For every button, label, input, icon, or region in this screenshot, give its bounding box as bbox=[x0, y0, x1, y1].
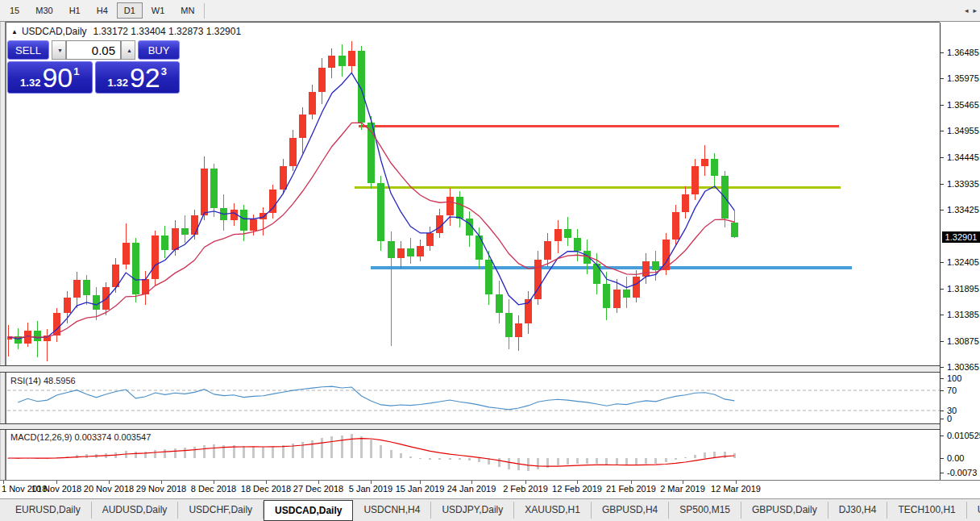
price-axis-label: 1.35465 bbox=[947, 100, 979, 110]
price-axis-label: 1.34955 bbox=[947, 126, 979, 135]
axis-tick bbox=[941, 105, 944, 106]
axis-tick bbox=[941, 436, 944, 436]
timeframe-button[interactable]: M30 bbox=[28, 2, 60, 19]
one-click-trading-panel: SELL ▼ ▲ BUY 1.32 90 1 1.32 92 3 bbox=[7, 40, 180, 94]
sell-button[interactable]: SELL bbox=[7, 40, 49, 60]
chart-tab[interactable]: GBPUSD,H4 bbox=[592, 502, 669, 519]
timeframe-button[interactable]: H4 bbox=[89, 2, 115, 19]
axis-tick bbox=[941, 390, 944, 391]
timeframe-button[interactable]: D1 bbox=[117, 2, 143, 19]
axis-tick bbox=[941, 378, 944, 379]
axis-tick bbox=[941, 184, 944, 185]
axis-tick bbox=[736, 481, 737, 484]
indicator-axis-label: 0.010525 bbox=[947, 431, 980, 440]
date-axis-label: 21 Feb 2019 bbox=[606, 484, 656, 494]
timeframe-toolbar: 15M30H1H4D1W1MN bbox=[0, 0, 980, 22]
axis-tick bbox=[161, 481, 162, 484]
mt4-terminal-window: 15M30H1H4D1W1MN ▲USDCAD,Daily1.33172 1.3… bbox=[0, 0, 980, 521]
date-axis-label: 29 Nov 2018 bbox=[136, 484, 186, 494]
chart-tab[interactable]: USDCHF,Daily bbox=[178, 502, 264, 519]
date-axis-label: 24 Jan 2019 bbox=[447, 484, 496, 494]
collapse-triangle-icon[interactable]: ▲ bbox=[11, 28, 18, 35]
tab-scroll-left-icon[interactable]: ◂ bbox=[965, 6, 969, 15]
chart-tab[interactable]: DJ30,H4 bbox=[828, 502, 888, 519]
buy-button[interactable]: BUY bbox=[138, 40, 180, 60]
axis-tick bbox=[941, 262, 944, 263]
chart-tab[interactable]: TECH100,H1 bbox=[887, 502, 966, 519]
volume-decrease-button[interactable]: ▼ bbox=[52, 40, 66, 60]
price-axis[interactable]: 1.364851.359751.354651.349551.344451.339… bbox=[940, 23, 980, 480]
price-axis-label: 1.32405 bbox=[947, 257, 979, 267]
axis-tick bbox=[941, 78, 944, 79]
chart-tab[interactable]: USDCNH,H4 bbox=[353, 502, 431, 519]
axis-tick bbox=[525, 481, 526, 484]
chart-tab[interactable]: USDCAD,Daily bbox=[264, 500, 353, 521]
axis-tick bbox=[941, 315, 944, 315]
price-axis-label: 1.31385 bbox=[947, 310, 979, 319]
axis-tick bbox=[318, 481, 319, 484]
indicator-axis-label: 0.00 bbox=[947, 453, 964, 463]
date-axis-label: 27 Dec 2018 bbox=[293, 484, 343, 494]
axis-tick bbox=[577, 481, 578, 484]
chart-tab[interactable]: XAUUSD,H1 bbox=[514, 502, 592, 519]
price-axis-label: 1.35975 bbox=[947, 73, 979, 83]
axis-tick bbox=[941, 52, 944, 53]
chart-tab[interactable]: AUDUSD,Daily bbox=[92, 502, 179, 519]
panel-splitter[interactable] bbox=[0, 423, 980, 430]
axis-tick bbox=[941, 411, 944, 411]
date-axis-label: 18 Dec 2018 bbox=[241, 484, 291, 494]
price-axis-label: 1.30875 bbox=[947, 336, 979, 346]
buy-price-display[interactable]: 1.32 92 3 bbox=[95, 61, 181, 94]
volume-increase-button[interactable]: ▲ bbox=[121, 40, 135, 60]
indicator-axis-label: 0 bbox=[947, 414, 952, 423]
chart-tab[interactable]: UKC bbox=[967, 502, 980, 519]
timeframe-button[interactable]: W1 bbox=[144, 2, 172, 19]
indicator-axis-label: -0.0073 bbox=[947, 468, 977, 477]
axis-tick bbox=[941, 473, 944, 473]
chart-tab[interactable]: USDJPY,Daily bbox=[431, 502, 514, 519]
volume-input[interactable] bbox=[66, 40, 121, 60]
macd-label: MACD(12,26,9) 0.003374 0.003547 bbox=[10, 432, 151, 442]
price-axis-label: 1.31895 bbox=[947, 284, 979, 294]
rsi-label: RSI(14) 48.5956 bbox=[10, 376, 76, 386]
date-axis-label: 5 Jan 2019 bbox=[349, 484, 392, 494]
chart-tab[interactable]: GBPUSD,Daily bbox=[741, 502, 828, 519]
buy-price-point: 3 bbox=[161, 65, 167, 77]
axis-tick bbox=[941, 289, 944, 290]
date-axis-label: 12 Mar 2019 bbox=[711, 484, 761, 494]
chart-tab-bar: EURUSD,DailyAUDUSD,DailyUSDCHF,DailyUSDC… bbox=[0, 498, 980, 521]
buy-price-pips: 92 bbox=[130, 64, 160, 91]
timeframe-button[interactable]: H1 bbox=[62, 2, 88, 19]
timeframe-button[interactable]: MN bbox=[173, 2, 201, 19]
axis-tick bbox=[631, 481, 632, 484]
axis-tick bbox=[941, 419, 944, 419]
sell-price-display[interactable]: 1.32 90 1 bbox=[7, 61, 93, 94]
rsi-indicator-canvas[interactable] bbox=[7, 373, 940, 424]
timeframe-button[interactable]: 15 bbox=[2, 2, 27, 19]
axis-tick bbox=[941, 157, 944, 158]
tab-scroll-buttons: ◂ ▸ bbox=[965, 6, 977, 15]
buy-price-base: 1.32 bbox=[108, 77, 128, 89]
axis-tick bbox=[941, 367, 944, 368]
chart-tab[interactable]: SP500,M15 bbox=[669, 502, 741, 519]
axis-tick bbox=[683, 481, 683, 484]
date-axis[interactable]: 1 Nov 201810 Nov 201820 Nov 201829 Nov 2… bbox=[0, 480, 980, 498]
chart-tab[interactable]: EURUSD,Daily bbox=[5, 502, 92, 519]
date-axis-label: 2 Feb 2019 bbox=[503, 484, 548, 494]
date-axis-label: 20 Nov 2018 bbox=[84, 484, 134, 494]
current-price-tag: 1.32901 bbox=[942, 231, 980, 243]
panel-splitter[interactable] bbox=[0, 365, 980, 373]
axis-tick bbox=[941, 458, 944, 459]
date-axis-label: 2 Mar 2019 bbox=[660, 484, 705, 494]
axis-tick bbox=[420, 481, 421, 484]
sell-price-base: 1.32 bbox=[20, 77, 40, 89]
axis-tick bbox=[941, 341, 944, 342]
axis-tick bbox=[941, 131, 944, 131]
axis-tick bbox=[214, 481, 214, 484]
axis-tick bbox=[109, 481, 110, 484]
tab-scroll-right-icon[interactable]: ▸ bbox=[973, 6, 977, 15]
date-axis-label: 8 Dec 2018 bbox=[191, 484, 236, 494]
price-axis-label: 1.34445 bbox=[947, 152, 979, 162]
axis-tick bbox=[371, 481, 372, 484]
axis-tick bbox=[56, 481, 57, 484]
